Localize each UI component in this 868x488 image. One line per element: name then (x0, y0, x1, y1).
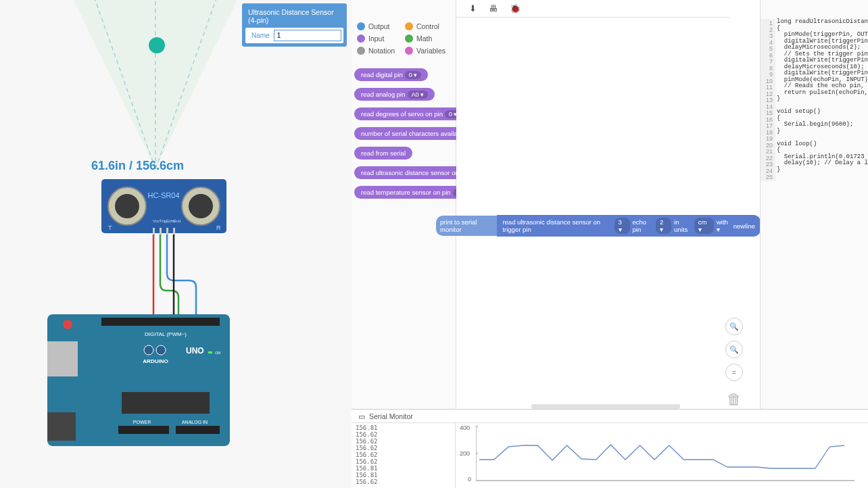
svg-text:ANALOG IN: ANALOG IN (182, 420, 208, 424)
category-notation[interactable]: Notation (356, 45, 404, 57)
palette-block[interactable]: read from serial (354, 147, 412, 160)
blocks-palette: Output Control Input Math Notation Varia… (352, 0, 456, 409)
svg-point-27 (63, 320, 72, 329)
svg-text:DIGITAL (PWM~): DIGITAL (PWM~) (145, 331, 187, 337)
svg-rect-25 (176, 426, 220, 434)
serial-chart: 400 200 0 (456, 423, 868, 488)
workspace-block-print[interactable]: print to serial monitor read ultrasonic … (436, 215, 761, 237)
category-variables[interactable]: Variables (404, 45, 452, 57)
code-text[interactable]: long readUltrasonicDistance(int { pinMod… (777, 19, 868, 173)
svg-text:UNO: UNO (186, 346, 204, 356)
zoom-controls: 🔍 🔍 = 🗑 (725, 318, 743, 414)
zoom-in-button[interactable]: 🔍 (725, 318, 743, 335)
category-input[interactable]: Input (356, 32, 404, 45)
svg-rect-24 (118, 426, 169, 434)
category-control[interactable]: Control (404, 20, 452, 32)
palette-block[interactable]: number of serial characters available (354, 127, 473, 140)
svg-rect-22 (47, 412, 76, 441)
svg-rect-20 (47, 341, 78, 376)
serial-log[interactable]: 156.81156.62156.62156.62156.62156.62156.… (352, 423, 456, 488)
block-list: read digital pin0 ▾read analog pinA0 ▾re… (352, 62, 456, 205)
arduino-board[interactable]: DIGITAL (PWM~) ARDUINO UNO ON POWER ANAL… (47, 308, 233, 449)
serial-header[interactable]: ▭ Serial Monitor (352, 410, 868, 423)
download-icon[interactable]: ⬇ (469, 3, 477, 14)
panel-resize-handle[interactable] (531, 404, 680, 409)
block-categories: Output Control Input Math Notation Varia… (352, 0, 456, 62)
code-toolbar: ⬇ 🖶 🐞 (460, 0, 541, 18)
palette-block[interactable]: read analog pinA0 ▾ (354, 88, 435, 101)
svg-text:POWER: POWER (133, 420, 151, 424)
svg-point-28 (144, 345, 153, 355)
blocks-workspace[interactable]: print to serial monitor read ultrasonic … (456, 18, 761, 409)
serial-icon: ▭ (358, 412, 365, 420)
serial-monitor-panel: ▭ Serial Monitor 156.81156.62156.62156.6… (352, 409, 868, 488)
svg-rect-26 (122, 392, 210, 414)
svg-text:ON: ON (215, 351, 220, 355)
debug-icon[interactable]: 🐞 (510, 3, 521, 14)
zoom-fit-button[interactable]: = (725, 364, 743, 381)
property-title: Ultrasonic Distance Sensor (4-pin) (245, 7, 343, 28)
code-editor[interactable]: 1234567891011121314151617181920212223242… (760, 0, 868, 409)
print-icon[interactable]: 🖶 (489, 3, 498, 14)
category-output[interactable]: Output (356, 20, 404, 32)
svg-rect-33 (208, 351, 212, 353)
palette-block[interactable]: read degrees of servo on pin0 ▾ (354, 107, 468, 120)
code-line-numbers: 1234567891011121314151617181920212223242… (761, 19, 775, 181)
zoom-out-button[interactable]: 🔍 (725, 341, 743, 358)
circuit-canvas[interactable]: 61.6in / 156.6cm HC-SR04 T R Vcc Trig Ec… (0, 0, 352, 488)
svg-text:ARDUINO: ARDUINO (143, 358, 168, 364)
category-math[interactable]: Math (404, 32, 452, 45)
property-name-input[interactable] (274, 30, 341, 41)
palette-block[interactable]: read digital pin0 ▾ (354, 68, 428, 81)
property-name-label: Name (247, 32, 274, 39)
svg-point-29 (156, 345, 166, 355)
component-properties-panel: Ultrasonic Distance Sensor (4-pin) Name (242, 3, 347, 47)
svg-rect-23 (101, 318, 220, 326)
